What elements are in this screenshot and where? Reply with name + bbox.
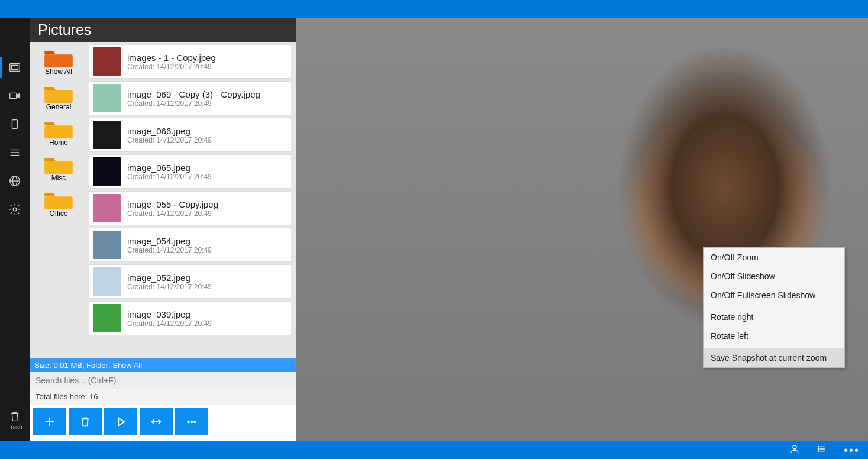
folder-label: Misc xyxy=(51,174,66,182)
thumbnail xyxy=(93,157,121,186)
list-icon xyxy=(8,146,21,159)
more-icon: ••• xyxy=(844,444,860,457)
context-menu: On/Off Zoom On/Off Slideshow On/Off Full… xyxy=(703,247,845,368)
nav-rail: Trash xyxy=(0,18,30,441)
rail-list[interactable] xyxy=(0,138,30,167)
ctx-fullscreen-slideshow-toggle[interactable]: On/Off Fullscreen Slideshow xyxy=(704,286,844,305)
thumbnail xyxy=(93,47,121,76)
pictures-icon xyxy=(8,61,21,74)
ctx-rotate-right[interactable]: Rotate right xyxy=(704,308,844,327)
folder-home[interactable]: Home xyxy=(32,117,85,150)
thumbnail xyxy=(93,304,121,332)
svg-point-30 xyxy=(818,451,819,452)
resize-button[interactable] xyxy=(140,408,173,435)
gear-icon xyxy=(8,203,21,216)
list-item[interactable]: image_052.jpegCreated: 14/12/2017 20:49 xyxy=(89,264,291,299)
svg-rect-15 xyxy=(44,161,73,174)
trash-icon xyxy=(8,410,21,423)
play-button[interactable] xyxy=(104,408,137,435)
delete-button[interactable] xyxy=(69,408,102,435)
folder-misc[interactable]: Misc xyxy=(32,152,85,185)
device-icon xyxy=(8,118,21,131)
file-name: image_052.jpeg xyxy=(127,273,212,283)
ctx-rotate-left[interactable]: Rotate left xyxy=(704,327,844,345)
file-meta: Created: 14/12/2017 20:49 xyxy=(127,99,260,108)
more-icon xyxy=(185,415,198,428)
account-button[interactable] xyxy=(789,444,800,457)
file-name: image_039.jpeg xyxy=(127,309,212,319)
svg-rect-4 xyxy=(12,120,17,129)
svg-rect-13 xyxy=(44,90,73,103)
more-button[interactable] xyxy=(175,408,208,435)
svg-rect-12 xyxy=(44,54,73,67)
svg-point-23 xyxy=(194,421,196,423)
rail-pictures[interactable] xyxy=(0,53,30,82)
svg-point-24 xyxy=(793,445,796,449)
list-item[interactable]: image_069 - Copy (3) - Copy.jpegCreated:… xyxy=(89,81,291,115)
file-toolbar xyxy=(30,405,296,441)
file-meta: Created: 14/12/2017 20:49 xyxy=(127,63,216,71)
list-item[interactable]: image_039.jpegCreated: 14/12/2017 20:49 xyxy=(89,301,291,335)
bottom-more-button[interactable]: ••• xyxy=(844,444,860,456)
folder-general[interactable]: General xyxy=(32,81,85,114)
search-input[interactable] xyxy=(30,372,296,389)
rail-web[interactable] xyxy=(0,167,30,195)
preview-image xyxy=(296,18,868,441)
svg-rect-2 xyxy=(10,93,17,98)
bottom-list-button[interactable] xyxy=(817,444,827,457)
file-name: image_069 - Copy (3) - Copy.jpeg xyxy=(127,89,260,99)
svg-point-11 xyxy=(13,208,17,211)
file-name: images - 1 - Copy.jpeg xyxy=(127,53,216,63)
svg-point-21 xyxy=(188,421,189,423)
thumbnail xyxy=(93,231,121,259)
svg-point-29 xyxy=(818,448,819,450)
arrows-horizontal-icon xyxy=(150,415,163,428)
plus-icon xyxy=(43,415,56,428)
add-button[interactable] xyxy=(33,408,66,435)
rail-trash[interactable]: Trash xyxy=(0,405,30,435)
thumbnail xyxy=(93,194,121,222)
file-name: image_055 - Copy.jpeg xyxy=(127,199,218,209)
file-meta: Created: 14/12/2017 20:49 xyxy=(127,319,212,328)
pictures-panel: Pictures Show All General Home Misc Offi… xyxy=(30,18,296,441)
rail-settings[interactable] xyxy=(0,195,30,224)
ctx-separator xyxy=(707,347,841,347)
file-meta: Created: 14/12/2017 20:49 xyxy=(127,173,212,181)
status-bar: Size: 0.01 MB, Folder: Show All xyxy=(30,358,296,372)
file-meta: Created: 14/12/2017 20:49 xyxy=(127,209,218,218)
file-name: image_066.jpeg xyxy=(127,126,212,136)
list-item[interactable]: image_066.jpegCreated: 14/12/2017 20:49 xyxy=(89,118,291,152)
svg-point-22 xyxy=(191,421,193,423)
list-icon xyxy=(817,444,827,454)
folder-label: Show All xyxy=(45,67,72,76)
video-icon xyxy=(8,89,21,102)
svg-rect-1 xyxy=(12,65,18,69)
ctx-save-snapshot[interactable]: Save Snapshot at current zoom xyxy=(704,348,844,367)
file-name: image_065.jpeg xyxy=(127,163,212,173)
svg-marker-3 xyxy=(17,93,20,98)
list-item[interactable]: image_055 - Copy.jpegCreated: 14/12/2017… xyxy=(89,191,291,225)
svg-marker-19 xyxy=(118,418,124,426)
rail-device[interactable] xyxy=(0,110,30,138)
window-title-bar xyxy=(0,0,868,18)
panel-title: Pictures xyxy=(30,18,296,42)
person-icon xyxy=(789,444,800,454)
preview-pane[interactable]: On/Off Zoom On/Off Slideshow On/Off Full… xyxy=(296,18,868,441)
ctx-zoom-toggle[interactable]: On/Off Zoom xyxy=(704,248,844,267)
ctx-slideshow-toggle[interactable]: On/Off Slideshow xyxy=(704,267,844,286)
rail-videos[interactable] xyxy=(0,82,30,110)
play-icon xyxy=(114,415,127,428)
folder-office[interactable]: Office xyxy=(32,188,85,221)
file-list[interactable]: images - 1 - Copy.jpegCreated: 14/12/201… xyxy=(89,42,296,358)
thumbnail xyxy=(93,267,121,296)
file-meta: Created: 14/12/2017 20:49 xyxy=(127,283,212,291)
svg-point-28 xyxy=(818,447,819,448)
thumbnail xyxy=(93,121,121,149)
list-item[interactable]: images - 1 - Copy.jpegCreated: 14/12/201… xyxy=(89,44,291,79)
list-item[interactable]: image_065.jpegCreated: 14/12/2017 20:49 xyxy=(89,154,291,189)
folder-label: General xyxy=(46,103,72,111)
folder-show-all[interactable]: Show All xyxy=(32,46,85,79)
folder-column: Show All General Home Misc Office xyxy=(30,42,89,358)
list-item[interactable]: image_054.jpegCreated: 14/12/2017 20:49 xyxy=(89,228,291,262)
app-bottom-bar: ••• xyxy=(0,441,868,459)
